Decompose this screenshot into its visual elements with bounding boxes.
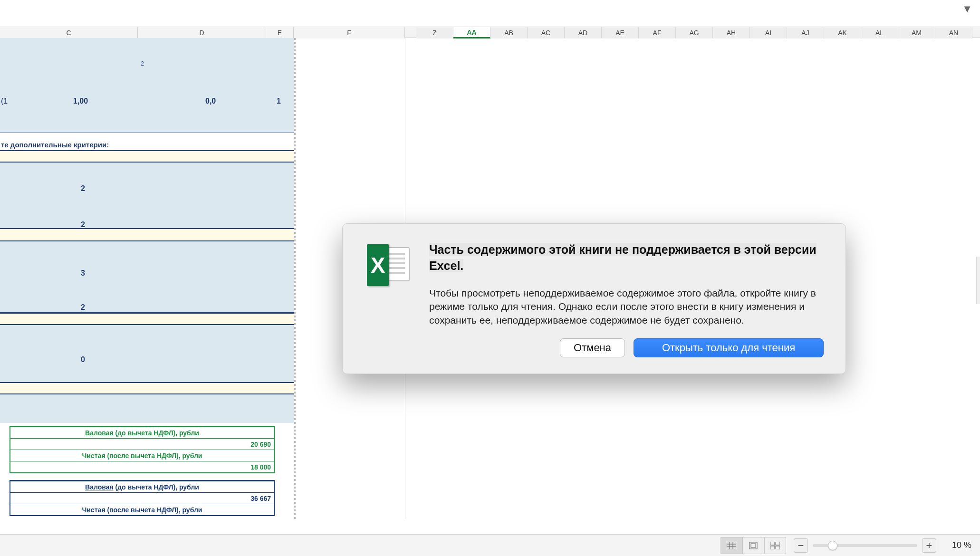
- view-normal-button[interactable]: [721, 537, 742, 554]
- svg-rect-5: [749, 542, 757, 549]
- svg-rect-9: [770, 546, 775, 549]
- dialog-message: Чтобы просмотреть неподдерживаемое содер…: [429, 287, 824, 327]
- view-page-break-button[interactable]: [764, 537, 786, 554]
- zoom-slider[interactable]: [813, 544, 917, 547]
- status-bar: − + 10 %: [0, 534, 980, 556]
- dialog-title: Часть содержимого этой книги не поддержи…: [429, 243, 817, 272]
- zoom-out-button[interactable]: −: [794, 538, 808, 553]
- svg-rect-0: [727, 542, 736, 549]
- svg-rect-7: [770, 542, 775, 545]
- cancel-button[interactable]: Отмена: [560, 338, 625, 357]
- zoom-controls: − + 10 %: [794, 538, 971, 553]
- open-readonly-button[interactable]: Открыть только для чтения: [634, 338, 824, 357]
- svg-rect-6: [751, 544, 756, 547]
- excel-icon: X: [365, 242, 412, 289]
- svg-rect-8: [776, 542, 780, 545]
- unsupported-content-dialog: X Часть содержимого этой книги не поддер…: [342, 223, 846, 374]
- svg-rect-10: [776, 546, 780, 549]
- view-mode-group: [721, 537, 786, 554]
- zoom-in-button[interactable]: +: [922, 538, 936, 553]
- modal-overlay: X Часть содержимого этой книги не поддер…: [0, 0, 980, 556]
- zoom-value[interactable]: 10 %: [941, 540, 971, 550]
- view-page-layout-button[interactable]: [742, 537, 764, 554]
